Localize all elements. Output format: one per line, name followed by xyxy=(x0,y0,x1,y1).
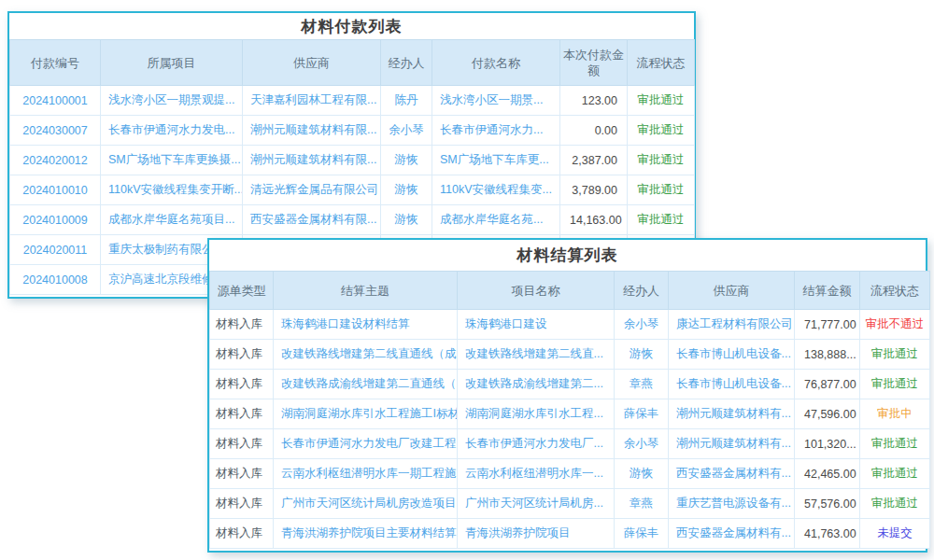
status-badge: 审批通过 xyxy=(628,86,695,116)
source-type-cell: 材料入库 xyxy=(210,370,274,399)
amount-cell: 47,596.00 xyxy=(795,399,860,429)
column-header: 源单类型 xyxy=(210,272,274,310)
column-header: 供应商 xyxy=(243,40,381,86)
cell-link[interactable]: 天津嘉利园林工程有限... xyxy=(243,86,381,116)
table-row: 材料入库珠海鹤港口建设材料结算珠海鹤港口建设余小琴康达工程材料有限公司71,77… xyxy=(210,310,930,340)
cell-link[interactable]: 西安盛器金属材料有限... xyxy=(243,205,381,235)
cell-link[interactable]: 改建铁路线增建第二线直... xyxy=(458,340,615,370)
cell-link[interactable]: 2024030007 xyxy=(10,116,101,146)
cell-link[interactable]: 余小琴 xyxy=(381,116,432,146)
table-row: 材料入库湖南洞庭湖水库引水工程施工I标材...湖南洞庭湖水库引水工程...薛保丰… xyxy=(210,399,930,429)
cell-link[interactable]: 成都水岸华庭名苑... xyxy=(432,205,560,235)
cell-link[interactable]: 长春市伊通河水力发电厂... xyxy=(458,429,615,459)
column-header: 供应商 xyxy=(669,272,795,310)
cell-link[interactable]: 游恢 xyxy=(381,205,432,235)
payment-list-title: 材料付款列表 xyxy=(9,13,694,39)
column-header: 流程状态 xyxy=(860,272,930,310)
cell-link[interactable]: 青海洪湖养护院项目主要材料结算 xyxy=(274,519,458,549)
cell-link[interactable]: 章燕 xyxy=(615,489,669,519)
column-header: 付款名称 xyxy=(432,40,560,86)
cell-link[interactable]: 2024020012 xyxy=(10,146,101,175)
column-header: 结算主题 xyxy=(274,272,458,310)
cell-link[interactable]: SM广场地下车库更... xyxy=(432,146,560,175)
status-badge: 审批通过 xyxy=(860,459,930,489)
status-badge: 审批不通过 xyxy=(860,310,930,340)
cell-link[interactable]: 改建铁路成渝线增建第二... xyxy=(458,370,615,399)
cell-link[interactable]: 余小琴 xyxy=(615,429,669,459)
table-row: 材料入库改建铁路线增建第二线直通线（成...改建铁路线增建第二线直...游恢长春… xyxy=(210,340,930,370)
cell-link[interactable]: 青海洪湖养护院项目 xyxy=(458,519,615,549)
cell-link[interactable]: 广州市天河区统计局机房... xyxy=(458,489,615,519)
cell-link[interactable]: 游恢 xyxy=(615,340,669,370)
column-header: 经办人 xyxy=(381,40,432,86)
cell-link[interactable]: SM广场地下车库更换摄... xyxy=(101,146,243,175)
cell-link[interactable]: 110kV安徽线程集变... xyxy=(432,175,560,205)
settlement-table-body: 材料入库珠海鹤港口建设材料结算珠海鹤港口建设余小琴康达工程材料有限公司71,77… xyxy=(210,310,930,549)
source-type-cell: 材料入库 xyxy=(210,459,274,489)
cell-link[interactable]: 浅水湾小区一期景观提... xyxy=(101,86,243,116)
cell-link[interactable]: 潮州元顺建筑材料有限... xyxy=(243,146,381,175)
cell-link[interactable]: 游恢 xyxy=(381,146,432,175)
table-row: 材料入库广州市天河区统计局机房改造项目...广州市天河区统计局机房...章燕重庆… xyxy=(210,489,930,519)
source-type-cell: 材料入库 xyxy=(210,519,274,549)
cell-link[interactable]: 改建铁路成渝线增建第二直通线（... xyxy=(274,370,458,399)
cell-link[interactable]: 游恢 xyxy=(381,175,432,205)
column-header: 本次付款金额 xyxy=(560,40,628,86)
status-badge: 审批中 xyxy=(860,399,930,429)
cell-link[interactable]: 潮州元顺建筑材料有... xyxy=(669,429,795,459)
cell-link[interactable]: 珠海鹤港口建设 xyxy=(458,310,615,340)
cell-link[interactable]: 陈丹 xyxy=(381,86,432,116)
cell-link[interactable]: 潮州元顺建筑材料有限... xyxy=(243,116,381,146)
cell-link[interactable]: 西安盛器金属材料有... xyxy=(669,519,795,549)
source-type-cell: 材料入库 xyxy=(210,340,274,370)
amount-cell: 57,576.00 xyxy=(795,489,860,519)
cell-link[interactable]: 薛保丰 xyxy=(615,519,669,549)
cell-link[interactable]: 云南水利枢纽潜明水库一... xyxy=(458,459,615,489)
cell-link[interactable]: 2024020011 xyxy=(10,235,101,265)
table-row: 2024010009成都水岸华庭名苑项目...西安盛器金属材料有限...游恢成都… xyxy=(10,205,695,235)
cell-link[interactable]: 章燕 xyxy=(615,370,669,399)
payment-table-header-row: 付款编号所属项目供应商经办人付款名称本次付款金额流程状态 xyxy=(10,40,695,86)
cell-link[interactable]: 2024100001 xyxy=(10,86,101,116)
cell-link[interactable]: 湖南洞庭湖水库引水工程施工I标材... xyxy=(274,399,458,429)
column-header: 经办人 xyxy=(615,272,669,310)
cell-link[interactable]: 薛保丰 xyxy=(615,399,669,429)
cell-link[interactable]: 长春市博山机电设备... xyxy=(669,370,795,399)
status-badge: 审批通过 xyxy=(628,175,695,205)
cell-link[interactable]: 广州市天河区统计局机房改造项目... xyxy=(274,489,458,519)
cell-link[interactable]: 长春市伊通河水力发电... xyxy=(101,116,243,146)
cell-link[interactable]: 余小琴 xyxy=(615,310,669,340)
cell-link[interactable]: 成都水岸华庭名苑项目... xyxy=(101,205,243,235)
cell-link[interactable]: 游恢 xyxy=(615,459,669,489)
cell-link[interactable]: 潮州元顺建筑材料有... xyxy=(669,399,795,429)
table-row: 材料入库长春市伊通河水力发电厂改建工程...长春市伊通河水力发电厂...余小琴潮… xyxy=(210,429,930,459)
table-row: 材料入库青海洪湖养护院项目主要材料结算青海洪湖养护院项目薛保丰西安盛器金属材料有… xyxy=(210,519,930,549)
amount-cell: 76,877.00 xyxy=(795,370,860,399)
column-header: 流程状态 xyxy=(628,40,695,86)
status-badge: 审批通过 xyxy=(860,370,930,399)
column-header: 所属项目 xyxy=(101,40,243,86)
cell-link[interactable]: 浅水湾小区一期景... xyxy=(432,86,560,116)
cell-link[interactable]: 长春市伊通河水力... xyxy=(432,116,560,146)
cell-link[interactable]: 清远光辉金属品有限公司 xyxy=(243,175,381,205)
cell-link[interactable]: 云南水利枢纽潜明水库一期工程施... xyxy=(274,459,458,489)
amount-cell: 42,465.00 xyxy=(795,459,860,489)
cell-link[interactable]: 湖南洞庭湖水库引水工程... xyxy=(458,399,615,429)
cell-link[interactable]: 珠海鹤港口建设材料结算 xyxy=(274,310,458,340)
cell-link[interactable]: 改建铁路线增建第二线直通线（成... xyxy=(274,340,458,370)
status-badge: 审批通过 xyxy=(628,116,695,146)
cell-link[interactable]: 110kV安徽线程集变开断... xyxy=(101,175,243,205)
amount-cell: 123.00 xyxy=(560,86,628,116)
settlement-table-header-row: 源单类型结算主题项目名称经办人供应商结算金额流程状态 xyxy=(210,272,930,310)
cell-link[interactable]: 长春市博山机电设备... xyxy=(669,340,795,370)
table-row: 2024020012SM广场地下车库更换摄...潮州元顺建筑材料有限...游恢S… xyxy=(10,146,695,175)
cell-link[interactable]: 重庆艺普电源设备有... xyxy=(669,489,795,519)
cell-link[interactable]: 西安盛器金属材料有... xyxy=(669,459,795,489)
cell-link[interactable]: 2024010009 xyxy=(10,205,101,235)
table-row: 2024100001浅水湾小区一期景观提...天津嘉利园林工程有限...陈丹浅水… xyxy=(10,86,695,116)
table-row: 2024010010110kV安徽线程集变开断...清远光辉金属品有限公司游恢1… xyxy=(10,175,695,205)
cell-link[interactable]: 2024010008 xyxy=(10,265,101,295)
cell-link[interactable]: 康达工程材料有限公司 xyxy=(669,310,795,340)
cell-link[interactable]: 长春市伊通河水力发电厂改建工程... xyxy=(274,429,458,459)
cell-link[interactable]: 2024010010 xyxy=(10,175,101,205)
